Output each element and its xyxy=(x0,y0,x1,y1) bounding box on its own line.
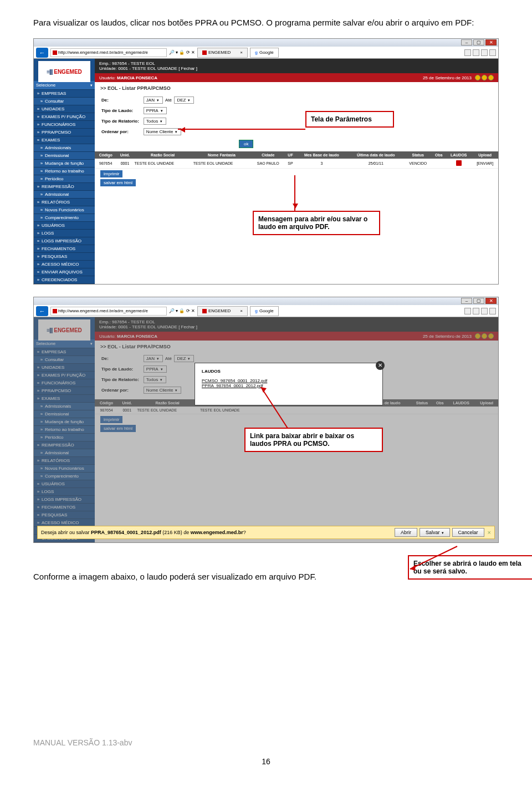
salvar-html-button[interactable]: salvar em html xyxy=(100,425,136,432)
sidebar-item[interactable]: »PESQUISAS xyxy=(34,253,95,261)
modal-close-button[interactable]: ✕ xyxy=(376,361,385,370)
tipo-relatorio[interactable]: Todos xyxy=(144,118,166,125)
imprimir-button[interactable]: imprimir xyxy=(100,170,122,177)
sidebar-item[interactable]: »EXAMES xyxy=(34,395,95,403)
minimize-button[interactable]: – xyxy=(461,298,472,304)
sidebar-item[interactable]: »EXAMES P/ FUNÇÃO xyxy=(34,113,95,121)
maximize-button[interactable]: ▢ xyxy=(473,39,484,45)
sidebar-item[interactable]: »Admissionais xyxy=(34,403,95,410)
salvar-html-button[interactable]: salvar em html xyxy=(100,179,136,186)
pdf-link-pcmso[interactable]: PCMSO_987654_0001_2012.pdf xyxy=(202,378,376,383)
window-titlebar: – ▢ ✕ xyxy=(34,297,498,305)
column-header: Obs xyxy=(432,151,446,159)
sidebar-selector[interactable]: Selecione xyxy=(34,81,95,90)
sidebar-item[interactable]: »UNIDADES xyxy=(34,105,95,113)
column-header: Última data de laudo xyxy=(347,151,404,159)
sidebar-item[interactable]: »USUÁRIOS xyxy=(34,222,95,230)
tipo-laudo[interactable]: PPRA xyxy=(144,107,167,114)
sidebar-item[interactable]: »FUNCIONÁRIOS xyxy=(34,121,95,129)
sidebar-item[interactable]: »Consultar xyxy=(34,356,95,364)
tab-google[interactable]: gGoogle xyxy=(250,306,279,316)
sidebar-item[interactable]: »Admissionais xyxy=(34,144,95,152)
back-button[interactable]: ← xyxy=(36,306,48,316)
back-button[interactable]: ← xyxy=(36,48,48,58)
engemed-logo: ≡||| ENGEMED xyxy=(38,319,90,341)
sidebar-item[interactable]: »Retorno ao trabalho xyxy=(34,426,95,434)
close-button[interactable]: ✕ xyxy=(485,39,497,45)
open-button[interactable]: Abrir xyxy=(395,528,417,537)
sidebar-item[interactable]: »ENVIAR ARQUIVOS xyxy=(34,268,95,276)
maximize-button[interactable]: ▢ xyxy=(473,298,484,304)
from-month[interactable]: JAN xyxy=(144,97,163,104)
ok-button[interactable]: ok xyxy=(239,140,253,148)
sidebar-item[interactable]: »Retorno ao trabalho xyxy=(34,167,95,175)
sidebar-item[interactable]: »Admissional xyxy=(34,449,95,457)
sidebar-item[interactable]: »Demissional xyxy=(34,410,95,418)
sidebar-item[interactable]: »Demissional xyxy=(34,152,95,160)
sidebar-item[interactable]: »Comparecimento xyxy=(34,214,95,222)
url-text: http://www.engemed.med.br/adm_engemed/e xyxy=(58,50,148,55)
sidebar-selector[interactable]: Selecione xyxy=(34,339,95,348)
sidebar-item[interactable]: »Periódico xyxy=(34,434,95,441)
sidebar-item[interactable]: »LOGS IMPRESSÃO xyxy=(34,237,95,245)
sidebar-item[interactable]: »Novos Funcionários xyxy=(34,206,95,214)
upload-link[interactable]: [ENVIAR] xyxy=(472,159,498,169)
sidebar-item[interactable]: »EMPRESAS xyxy=(34,348,95,356)
sidebar-item[interactable]: »FECHAMENTOS xyxy=(34,245,95,253)
sidebar-item[interactable]: »Novos Funcionários xyxy=(34,465,95,473)
sidebar-item[interactable]: »UNIDADES xyxy=(34,364,95,372)
tab-label: Google xyxy=(259,50,274,55)
sidebar-item[interactable]: »PESQUISAS xyxy=(34,511,95,519)
to-month[interactable]: DEZ xyxy=(174,97,194,104)
tab-google[interactable]: g Google xyxy=(250,48,279,58)
ordenar-por[interactable]: Nome Cliente xyxy=(144,128,181,135)
favicon-icon xyxy=(202,50,207,55)
sidebar-item[interactable]: »CREDENCIADOS xyxy=(34,276,95,284)
column-header: Upload xyxy=(472,151,498,159)
browser-tool-icons xyxy=(464,49,496,56)
svg-marker-1 xyxy=(261,387,267,393)
column-header: UF xyxy=(285,151,296,159)
sidebar-item[interactable]: »Consultar xyxy=(34,98,95,105)
sidebar-item[interactable]: »FUNCIONÁRIOS xyxy=(34,379,95,387)
sidebar-item[interactable]: »LOGS IMPRESSÃO xyxy=(34,496,95,504)
sidebar-item[interactable]: »RELATÓRIOS xyxy=(34,457,95,465)
sidebar-item[interactable]: »Mudança de função xyxy=(34,418,95,426)
url-box[interactable]: http://www.engemed.med.br/adm_engemed/e xyxy=(50,307,167,316)
sidebar-item[interactable]: »Mudança de função xyxy=(34,160,95,167)
minimize-button[interactable]: – xyxy=(461,39,472,45)
favicon-icon xyxy=(53,309,57,313)
sidebar-item[interactable]: »EMPRESAS xyxy=(34,90,95,98)
url-box[interactable]: http://www.engemed.med.br/adm_engemed/e xyxy=(50,48,167,57)
column-header: Status xyxy=(412,399,433,407)
sidebar: Selecione »EMPRESAS»Consultar»UNIDADES»E… xyxy=(34,59,95,284)
arrow-down-icon xyxy=(294,175,295,211)
close-button[interactable]: ✕ xyxy=(485,298,497,304)
sidebar-item[interactable]: »ACESSO MÉDICO xyxy=(34,261,95,268)
sidebar-item[interactable]: »FECHAMENTOS xyxy=(34,504,95,511)
tab-engemed[interactable]: ENGEMED × xyxy=(197,48,248,58)
pdf-icon xyxy=(456,160,462,166)
sidebar-item[interactable]: »PPRA/PCMSO xyxy=(34,387,95,395)
sidebar-item[interactable]: »Comparecimento xyxy=(34,473,95,480)
column-header: Razão Social xyxy=(136,399,199,407)
sidebar-item[interactable]: »Periódico xyxy=(34,175,95,183)
sidebar-item[interactable]: »Admissional xyxy=(34,191,95,199)
sidebar-item[interactable]: »PPRA/PCMSO xyxy=(34,129,95,136)
cancel-button[interactable]: Cancelar xyxy=(452,528,484,537)
tab-engemed[interactable]: ENGEMED× xyxy=(197,306,248,316)
address-bar: ← http://www.engemed.med.br/adm_engemed/… xyxy=(34,305,498,317)
sidebar-item[interactable]: »RELATÓRIOS xyxy=(34,199,95,206)
sidebar-item[interactable]: »REIMPRESSÃO xyxy=(34,441,95,449)
sidebar-item[interactable]: »LOGS xyxy=(34,488,95,496)
sidebar-item[interactable]: »REIMPRESSÃO xyxy=(34,183,95,191)
save-button[interactable]: Salvar▾ xyxy=(420,528,450,537)
sidebar-item[interactable]: »LOGS xyxy=(34,230,95,237)
app-body: Selecione »EMPRESAS»Consultar»UNIDADES»E… xyxy=(34,59,498,284)
sidebar-item[interactable]: »USUÁRIOS xyxy=(34,480,95,488)
dlbar-close-icon[interactable]: × xyxy=(488,529,491,536)
laudos-cell[interactable] xyxy=(446,159,472,169)
sidebar-item[interactable]: »EXAMES xyxy=(34,136,95,144)
sidebar-item[interactable]: »EXAMES P/ FUNÇÃO xyxy=(34,372,95,379)
imprimir-button[interactable]: imprimir xyxy=(100,416,122,423)
